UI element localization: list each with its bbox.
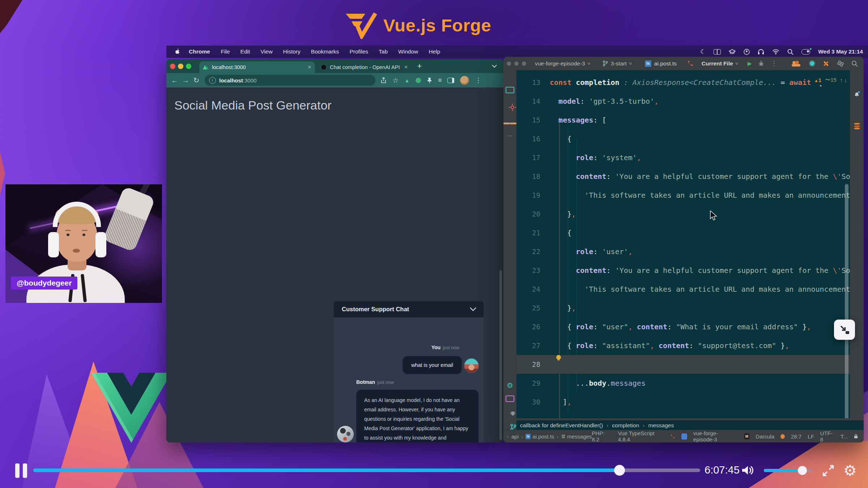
debug-bug-icon[interactable] xyxy=(758,60,764,67)
chevron-down-icon[interactable] xyxy=(470,307,476,311)
site-info-icon[interactable]: i xyxy=(209,77,216,84)
menubar-item-help[interactable]: Help xyxy=(429,48,440,55)
extension-circle-icon[interactable] xyxy=(416,78,421,83)
settings-gear-icon[interactable]: ⚙ xyxy=(843,462,857,479)
apple-icon[interactable] xyxy=(174,48,180,55)
phone-icon[interactable] xyxy=(670,434,675,439)
fullscreen-icon[interactable] xyxy=(822,464,835,477)
search-everywhere-icon[interactable] xyxy=(851,60,858,67)
build-tools-icon[interactable] xyxy=(822,60,830,67)
lightbulb-hint-icon[interactable] xyxy=(556,355,561,360)
code-line-15[interactable]: 15 messages: [ xyxy=(516,111,864,129)
headphones-icon[interactable] xyxy=(758,49,764,55)
code-line-31[interactable]: 31 xyxy=(516,411,864,418)
menubar-item-history[interactable]: History xyxy=(283,48,301,55)
branch-selector[interactable]: 3-start xyxy=(611,60,627,67)
code-line-28[interactable]: 28 xyxy=(516,355,864,374)
code-line-19[interactable]: 19 'This software takes an article URL a… xyxy=(516,186,864,205)
code-line-14[interactable]: 14 model: 'gpt-3.5-turbo', xyxy=(516,92,864,111)
code-line-27[interactable]: 27 { role: "assistant", content: "suppor… xyxy=(516,336,864,355)
tab-localhost[interactable]: localhost:3000 × xyxy=(199,61,315,73)
inspections-widget[interactable]: ▲1 〜15 ↑ ↓ xyxy=(810,74,849,85)
minimize-window-button[interactable] xyxy=(178,64,183,69)
menubar-clock[interactable]: Wed 3 May 21:14 xyxy=(818,48,863,55)
zoom-window-button[interactable] xyxy=(186,64,191,69)
code-line-22[interactable]: 22 role: 'user', xyxy=(516,242,864,261)
status-branch[interactable]: vue-forge-episode-3 xyxy=(693,430,738,442)
volume-handle[interactable] xyxy=(798,466,807,475)
search-icon[interactable] xyxy=(787,49,793,55)
menubar-item-edit[interactable]: Edit xyxy=(241,48,250,55)
tab-search-chevron-icon[interactable] xyxy=(492,65,497,68)
menubar-item-bookmarks[interactable]: Bookmarks xyxy=(311,48,339,55)
menubar-item-window[interactable]: Window xyxy=(398,48,418,55)
address-bar[interactable]: i localhost:3000 xyxy=(205,75,375,86)
code-line-21[interactable]: 21 { xyxy=(516,223,864,242)
status-path-symbol[interactable]: messages xyxy=(567,433,592,440)
status-path-file[interactable]: ai.post.ts xyxy=(532,433,554,440)
plugin-icon[interactable] xyxy=(681,433,687,440)
zoom-window-button[interactable] xyxy=(522,61,526,66)
forward-icon[interactable]: → xyxy=(180,76,191,85)
hat-icon[interactable] xyxy=(729,49,736,54)
run-configuration-selector[interactable]: Current File xyxy=(702,60,733,67)
reload-icon[interactable]: ↻ xyxy=(191,76,202,85)
share-icon[interactable] xyxy=(380,77,387,84)
status-encoding[interactable]: UTF-8 xyxy=(820,430,834,442)
status-line-ending[interactable]: LF xyxy=(808,433,814,440)
database-tool-icon[interactable] xyxy=(854,123,860,129)
page-scrollbar[interactable] xyxy=(499,270,502,440)
status-php[interactable]: PHP: 8.2 xyxy=(592,430,612,442)
close-tab-icon[interactable]: × xyxy=(404,64,408,71)
nuxt-devtools-icon[interactable]: ▲ xyxy=(404,77,410,84)
extension-pin-icon[interactable] xyxy=(427,77,432,84)
chat-header[interactable]: Customer Support Chat xyxy=(334,301,484,317)
close-window-button[interactable] xyxy=(507,61,511,66)
menubar-item-file[interactable]: File xyxy=(221,48,230,55)
user-circle-icon[interactable] xyxy=(744,49,750,55)
menubar-item-view[interactable]: View xyxy=(260,48,272,55)
code-with-me-icon[interactable] xyxy=(792,61,801,67)
back-icon[interactable]: ← xyxy=(169,76,180,85)
moon-icon[interactable]: ☾ xyxy=(700,48,706,56)
code-line-23[interactable]: 23 content: 'You are a helpful customer … xyxy=(516,261,864,280)
run-button[interactable]: ▶ xyxy=(748,60,752,67)
side-panel-icon[interactable] xyxy=(447,78,454,83)
project-tool-icon[interactable] xyxy=(503,87,516,95)
code-line-26[interactable]: 26 { role: "user", content: "What is you… xyxy=(516,317,864,336)
close-tab-icon[interactable]: × xyxy=(308,64,311,71)
close-window-button[interactable] xyxy=(170,64,175,69)
picture-in-picture-button[interactable] xyxy=(834,320,855,340)
project-selector[interactable]: vue-forge-episode-3 xyxy=(535,60,585,67)
reading-list-icon[interactable]: ≡ xyxy=(438,77,442,84)
record-dot-icon[interactable] xyxy=(810,61,814,66)
preview-tool-icon[interactable] xyxy=(503,395,516,403)
volume-icon[interactable] xyxy=(741,465,755,476)
status-theme[interactable]: Darcula xyxy=(756,433,774,440)
menubar-item-tab[interactable]: Tab xyxy=(379,48,388,55)
notifications-bell-icon[interactable] xyxy=(853,90,860,98)
code-editor[interactable]: 13const completion : AxiosResponse<Creat… xyxy=(516,70,864,418)
pause-button[interactable] xyxy=(15,463,30,478)
code-line-24[interactable]: 24 'This software takes an article URL a… xyxy=(516,280,864,299)
more-actions-kebab-icon[interactable]: ⋮ xyxy=(771,60,777,67)
more-tools-icon[interactable]: ⋯ xyxy=(503,132,516,139)
profile-avatar[interactable] xyxy=(460,76,469,85)
editor-breadcrumbs[interactable]: callback for defineEventHandler()› compl… xyxy=(516,420,864,430)
ai-atom-icon[interactable] xyxy=(837,60,844,67)
chrome-menu-kebab-icon[interactable]: ⋮ xyxy=(475,76,481,84)
wifi-icon[interactable] xyxy=(772,49,779,55)
tab-openai-docs[interactable]: Chat completion - OpenAI API × xyxy=(317,61,411,73)
code-line-18[interactable]: 18 content: 'You are a helpful customer … xyxy=(516,167,864,186)
bookmark-star-icon[interactable]: ☆ xyxy=(392,76,399,85)
code-line-25[interactable]: 25 }, xyxy=(516,299,864,317)
stage-manager-icon[interactable] xyxy=(714,49,721,55)
lock-icon[interactable] xyxy=(854,434,858,439)
status-path-api[interactable]: api xyxy=(511,433,519,440)
menubar-app-name[interactable]: Chrome xyxy=(189,48,210,55)
status-caret-position[interactable]: 28:7 xyxy=(791,433,801,440)
minimize-window-button[interactable] xyxy=(514,61,519,66)
code-line-29[interactable]: 29 ...body.messages xyxy=(516,374,864,393)
editor-scrollbar[interactable] xyxy=(845,184,848,418)
code-line-20[interactable]: 20 }, xyxy=(516,205,864,223)
